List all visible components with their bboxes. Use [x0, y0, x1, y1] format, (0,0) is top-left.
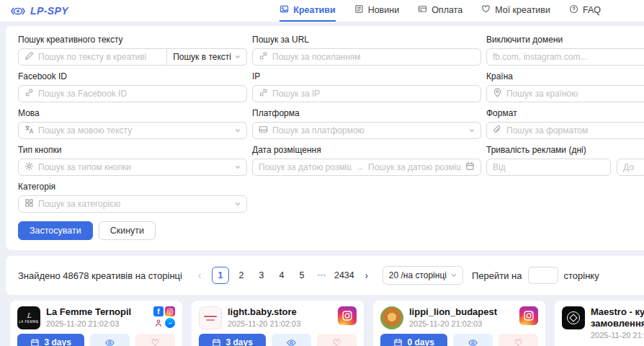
nav-item-faq[interactable]: FAQ	[569, 0, 601, 22]
pencil-icon	[24, 50, 34, 63]
page-button-1[interactable]: 1	[212, 267, 229, 284]
instagram-icon	[338, 306, 357, 325]
page-button-last[interactable]: 2434	[334, 267, 354, 283]
filter-field-button-type: Тип кнопки	[18, 145, 247, 176]
news-icon	[354, 4, 364, 16]
url-input[interactable]	[272, 52, 475, 62]
filters-panel: Пошук креативного тексту Пошук в тексті	[6, 26, 644, 250]
location-pin-icon	[493, 87, 502, 100]
date-range-picker[interactable]: →	[252, 159, 481, 176]
brand-name: LP-SPY	[30, 5, 68, 17]
card-title: La Femme Ternopil	[46, 306, 148, 318]
duration-to-input[interactable]	[623, 162, 644, 172]
page-button-4[interactable]: 4	[274, 267, 290, 283]
facebook-icon: f	[153, 306, 164, 316]
duration-from-input[interactable]	[493, 162, 604, 172]
next-page-button[interactable]: ›	[359, 267, 375, 283]
heart-icon: ♡	[514, 338, 523, 346]
page-button-5[interactable]: 5	[294, 267, 310, 283]
platform-icon	[259, 124, 268, 137]
page-button-3[interactable]: 3	[254, 267, 269, 283]
language-input[interactable]	[38, 125, 231, 136]
nav-item-payment[interactable]: Оплата	[418, 0, 462, 22]
nav-item-my-creatives[interactable]: Мої креативи	[481, 0, 550, 22]
link-icon	[259, 50, 268, 63]
search-mode-select[interactable]: Пошук в тексті	[167, 48, 247, 66]
eye-logo-icon	[10, 6, 26, 17]
view-button[interactable]	[272, 334, 311, 346]
days-button[interactable]: 0 days	[380, 334, 447, 346]
filter-field-language: Мова	[18, 108, 247, 139]
date-to-input[interactable]	[368, 162, 461, 172]
goto-page-suffix: сторінку	[564, 270, 599, 281]
main-nav: Креативи Новини Оплата Мої креативи FAQ	[279, 0, 634, 22]
nav-item-news[interactable]: Новини	[354, 0, 400, 22]
like-button[interactable]: ♡	[135, 334, 175, 346]
language-select[interactable]	[18, 122, 247, 139]
platform-icons: f	[153, 306, 175, 328]
instagram-icon	[165, 306, 175, 316]
card-title: Maestro - кухні, меблі замовлення в Ужго…	[591, 306, 644, 329]
pagination-bar: Знайдено 48678 креативів на сторінці ‹ 1…	[6, 256, 644, 295]
apply-button[interactable]: Застосувати	[18, 221, 93, 240]
button-type-select[interactable]	[18, 159, 247, 176]
link-icon	[24, 87, 34, 100]
filter-field-creative-text: Пошук креативного тексту Пошук в тексті	[18, 35, 247, 66]
brand-logo[interactable]: LP-SPY	[10, 5, 68, 17]
avatar	[199, 306, 222, 329]
creative-text-input[interactable]	[38, 52, 161, 62]
country-input[interactable]	[506, 89, 644, 99]
category-grid-icon	[24, 198, 34, 210]
view-button[interactable]	[90, 334, 130, 346]
ip-input[interactable]	[272, 89, 475, 99]
facebook-id-input[interactable]	[38, 89, 241, 99]
translate-icon	[24, 124, 34, 137]
avatar	[380, 306, 403, 329]
filter-field-category: Категорія	[18, 182, 247, 213]
app-header: LP-SPY Креативи Новини Оплата Мої креати…	[0, 0, 644, 22]
creative-card[interactable]: light.baby.store 2025-11-20 21:02:03 3 d…	[192, 301, 364, 346]
platform-input[interactable]	[272, 125, 465, 136]
avatar	[562, 306, 585, 329]
category-select[interactable]	[18, 195, 247, 213]
creative-card[interactable]: Maestro - кухні, меблі замовлення в Ужго…	[555, 301, 644, 346]
filter-field-exclude-domains: Виключити домени	[486, 35, 644, 66]
creative-card[interactable]: lippi_lion_budapest 2025-11-20 21:02:03 …	[373, 301, 545, 346]
button-type-input[interactable]	[38, 162, 231, 172]
creative-card[interactable]: L LA FEMME La Femme Ternopil 2025-11-20 …	[10, 301, 182, 346]
like-button[interactable]: ♡	[317, 334, 357, 346]
heart-icon: ♡	[151, 338, 160, 346]
card-date: 2025-11-20 21:02:03	[46, 319, 148, 328]
exclude-domains-input[interactable]	[493, 52, 644, 62]
goto-page-input[interactable]	[528, 267, 558, 284]
avatar: L LA FEMME	[17, 306, 40, 329]
gear-icon	[24, 161, 34, 174]
chevron-down-icon	[235, 201, 241, 207]
credit-card-icon	[418, 4, 427, 16]
paperclip-icon	[493, 124, 502, 137]
platform-select[interactable]	[252, 122, 481, 139]
image-icon	[279, 4, 289, 16]
category-input[interactable]	[38, 199, 231, 209]
nav-item-creatives[interactable]: Креативи	[279, 0, 335, 22]
page-size-select[interactable]: 20 /на сторінці	[383, 266, 463, 285]
instagram-icon	[519, 306, 538, 325]
goto-page-label: Перейти на	[472, 270, 522, 281]
filter-field-duration: Тривалість реклами (дні)	[486, 145, 644, 176]
view-button[interactable]	[453, 334, 493, 346]
prev-page-button[interactable]: ‹	[192, 267, 207, 283]
days-button[interactable]: 3 days	[17, 334, 84, 346]
filter-field-date-range: Дата розміщення →	[252, 145, 481, 176]
chevron-down-icon	[235, 128, 241, 133]
date-from-input[interactable]	[259, 162, 352, 172]
reset-button[interactable]: Скинути	[99, 221, 156, 240]
like-button[interactable]: ♡	[498, 334, 538, 346]
filter-field-facebook-id: Facebook ID	[18, 71, 247, 102]
pagination-ellipsis[interactable]: •••	[314, 267, 330, 283]
format-input[interactable]	[506, 125, 644, 136]
days-button[interactable]: 3 days	[199, 334, 266, 346]
person-icon	[153, 318, 164, 328]
link-icon	[259, 87, 268, 100]
filter-field-country: Країна	[486, 71, 644, 102]
page-button-2[interactable]: 2	[233, 267, 249, 283]
